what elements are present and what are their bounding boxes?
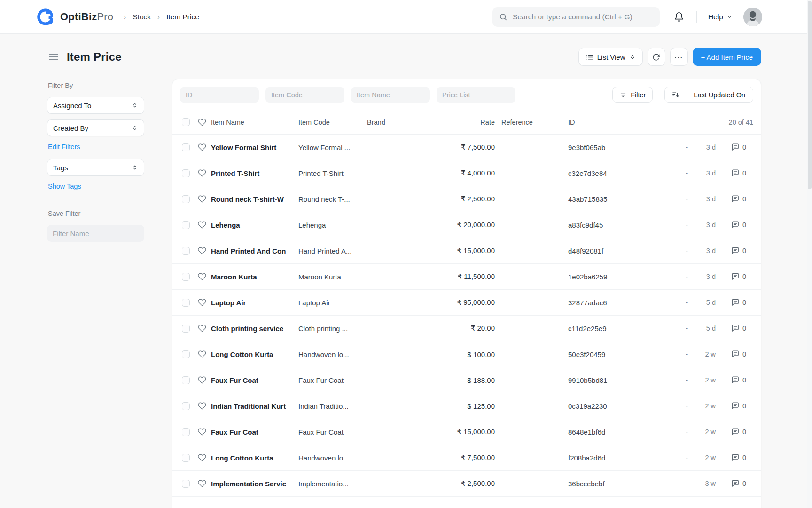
price-list-filter-input[interactable]	[437, 87, 515, 103]
item-name-cell[interactable]: Lehenga	[211, 221, 298, 229]
id-filter-input[interactable]	[180, 87, 259, 103]
favorite-icon[interactable]	[198, 195, 211, 203]
notifications-button[interactable]	[674, 12, 684, 22]
edit-filters-link[interactable]: Edit Filters	[48, 143, 80, 151]
comments-cell[interactable]: 0	[723, 402, 753, 410]
item-name-cell[interactable]: Implementation Servic	[211, 480, 298, 488]
table-row[interactable]: Laptop Air Laptop Air ₹ 95,000.00 32877a…	[172, 290, 761, 316]
breadcrumb-item-price[interactable]: Item Price	[166, 13, 199, 21]
scrollbar-thumb[interactable]	[808, 1, 812, 189]
comments-cell[interactable]: 0	[723, 324, 753, 333]
row-checkbox[interactable]	[182, 480, 190, 488]
add-item-price-button[interactable]: + Add Item Price	[693, 48, 761, 66]
favorite-icon[interactable]	[198, 479, 211, 488]
comments-cell[interactable]: 0	[723, 453, 753, 462]
table-row[interactable]: Maroon Kurta Maroon Kurta ₹ 11,500.00 1e…	[172, 264, 761, 290]
item-code-filter-input[interactable]	[265, 87, 344, 103]
favorite-icon[interactable]	[198, 221, 211, 229]
refresh-button[interactable]	[648, 48, 665, 66]
more-menu-button[interactable]: ⋯	[670, 48, 688, 66]
item-name-cell[interactable]: Cloth printing service	[211, 325, 298, 333]
favorite-icon[interactable]	[198, 324, 211, 333]
table-row[interactable]: Printed T-Shirt Printed T-Shirt ₹ 4,000.…	[172, 160, 761, 186]
filter-button[interactable]: Filter	[612, 87, 653, 103]
select-all-checkbox[interactable]	[182, 118, 190, 126]
row-checkbox[interactable]	[182, 273, 190, 281]
row-checkbox[interactable]	[182, 454, 190, 462]
row-count[interactable]: 20 of 41	[676, 119, 753, 126]
comments-cell[interactable]: 0	[723, 143, 753, 151]
row-checkbox[interactable]	[182, 143, 190, 151]
col-item-name[interactable]: Item Name	[211, 119, 298, 126]
favorite-icon[interactable]	[198, 246, 211, 255]
global-search[interactable]	[492, 7, 660, 27]
row-checkbox[interactable]	[182, 169, 190, 177]
item-name-cell[interactable]: Hand Printed And Con	[211, 247, 298, 255]
favorite-icon[interactable]	[198, 402, 211, 410]
favorite-icon[interactable]	[198, 453, 211, 462]
table-row[interactable]: Long Cotton Kurta Handwoven lo... ₹ 7,50…	[172, 445, 761, 471]
filter-name-input[interactable]	[47, 225, 144, 242]
assigned-to-select[interactable]: Assigned To	[47, 97, 144, 114]
favorite-icon[interactable]	[198, 350, 211, 358]
favorite-icon[interactable]	[198, 428, 211, 436]
search-input[interactable]	[513, 13, 653, 21]
comments-cell[interactable]: 0	[723, 376, 753, 384]
comments-cell[interactable]: 0	[723, 246, 753, 255]
table-row[interactable]: Lehenga Lehenga ₹ 20,000.00 a83fc9df45 -…	[172, 212, 761, 238]
col-brand[interactable]: Brand	[367, 119, 425, 126]
col-item-code[interactable]: Item Code	[298, 119, 367, 126]
item-name-cell[interactable]: Faux Fur Coat	[211, 376, 298, 384]
sort-direction-button[interactable]	[665, 87, 686, 102]
item-name-cell[interactable]: Maroon Kurta	[211, 273, 298, 281]
sidebar-toggle-button[interactable]	[48, 51, 59, 63]
row-checkbox[interactable]	[182, 428, 190, 436]
help-menu[interactable]: Help	[708, 13, 733, 21]
avatar[interactable]	[743, 8, 762, 26]
comments-cell[interactable]: 0	[723, 428, 753, 436]
favorite-icon[interactable]	[198, 143, 211, 151]
comments-cell[interactable]: 0	[723, 479, 753, 488]
item-name-cell[interactable]: Indian Traditional Kurt	[211, 402, 298, 410]
row-checkbox[interactable]	[182, 299, 190, 307]
comments-cell[interactable]: 0	[723, 298, 753, 307]
item-name-cell[interactable]: Yellow Formal Shirt	[211, 143, 298, 151]
tags-select[interactable]: Tags	[47, 159, 144, 176]
row-checkbox[interactable]	[182, 325, 190, 333]
comments-cell[interactable]: 0	[723, 350, 753, 358]
table-row[interactable]: Implementation Servic Implementatio... ₹…	[172, 471, 761, 497]
col-id[interactable]: ID	[561, 119, 650, 126]
favorite-icon[interactable]	[198, 376, 211, 384]
table-row[interactable]: Faux Fur Coat Faux Fur Coat ₹ 15,000.00 …	[172, 419, 761, 445]
created-by-select[interactable]: Created By	[47, 119, 144, 136]
table-row[interactable]: Round neck T-shirt-W Round neck T-... ₹ …	[172, 186, 761, 212]
page-scrollbar[interactable]	[807, 0, 812, 508]
favorite-icon[interactable]	[198, 169, 211, 177]
item-name-cell[interactable]: Faux Fur Coat	[211, 428, 298, 436]
item-name-cell[interactable]: Long Cotton Kurta	[211, 454, 298, 462]
favorite-icon[interactable]	[198, 272, 211, 281]
sort-field-button[interactable]: Last Updated On	[686, 87, 753, 102]
view-switcher-button[interactable]: List View	[578, 48, 643, 66]
optibizpro-logo[interactable]: OptiBizPro	[36, 7, 113, 27]
item-name-cell[interactable]: Long Cotton Kurta	[211, 350, 298, 358]
row-checkbox[interactable]	[182, 247, 190, 255]
table-row[interactable]: Long Cotton Kurta Handwoven lo... $ 100.…	[172, 341, 761, 367]
show-tags-link[interactable]: Show Tags	[48, 183, 81, 190]
table-row[interactable]: Yellow Formal Shirt Yellow Formal ... ₹ …	[172, 135, 761, 160]
row-checkbox[interactable]	[182, 376, 190, 384]
item-name-filter-input[interactable]	[351, 87, 430, 103]
comments-cell[interactable]: 0	[723, 221, 753, 229]
table-row[interactable]: Cloth printing service Cloth printing ..…	[172, 316, 761, 341]
item-name-cell[interactable]: Round neck T-shirt-W	[211, 195, 298, 203]
comments-cell[interactable]: 0	[723, 195, 753, 203]
row-checkbox[interactable]	[182, 195, 190, 203]
comments-cell[interactable]: 0	[723, 272, 753, 281]
col-reference[interactable]: Reference	[495, 119, 561, 126]
table-row[interactable]: Indian Traditional Kurt Indian Traditio.…	[172, 393, 761, 419]
comments-cell[interactable]: 0	[723, 169, 753, 177]
row-checkbox[interactable]	[182, 402, 190, 410]
item-name-cell[interactable]: Laptop Air	[211, 299, 298, 307]
item-name-cell[interactable]: Printed T-Shirt	[211, 169, 298, 177]
table-row[interactable]: Hand Printed And Con Hand Printed A... ₹…	[172, 238, 761, 264]
